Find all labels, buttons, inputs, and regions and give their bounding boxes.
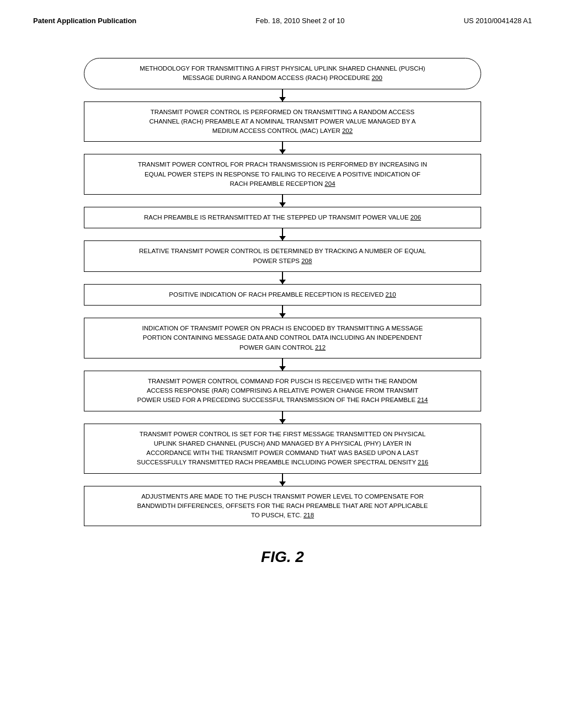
- flow-arrow-7: [282, 411, 283, 424]
- flow-arrow-2: [282, 195, 283, 207]
- flow-arrow-4: [282, 272, 283, 284]
- page: Patent Application Publication Feb. 18, …: [0, 0, 565, 728]
- flow-box-200: METHODOLOGY FOR TRANSMITTING A FIRST PHY…: [84, 58, 481, 89]
- flow-box-202: TRANSMIT POWER CONTROL IS PERFORMED ON T…: [84, 101, 481, 142]
- flow-box-206: RACH PREAMBLE IS RETRANSMITTED AT THE ST…: [84, 207, 481, 228]
- flow-box-216: TRANSMIT POWER CONTROL IS SET FOR THE FI…: [84, 424, 481, 474]
- flow-box-204: TRANSMIT POWER CONTROL FOR PRACH TRANSMI…: [84, 154, 481, 195]
- flow-arrow-3: [282, 228, 283, 240]
- flow-box-212: INDICATION OF TRANSMIT POWER ON PRACH IS…: [84, 318, 481, 358]
- flow-arrow-8: [282, 474, 283, 486]
- flow-box-210: POSITIVE INDICATION OF RACH PREAMBLE REC…: [84, 284, 481, 306]
- flow-arrow-5: [282, 306, 283, 318]
- figure-caption: FIG. 2: [33, 548, 532, 566]
- header-left: Patent Application Publication: [33, 17, 136, 25]
- header-right: US 2010/0041428 A1: [463, 17, 532, 25]
- flow-box-218: ADJUSTMENTS ARE MADE TO THE PUSCH TRANSM…: [84, 486, 481, 527]
- flow-arrow-1: [282, 142, 283, 154]
- flow-arrow-0: [282, 89, 283, 101]
- flow-box-214: TRANSMIT POWER CONTROL COMMAND FOR PUSCH…: [84, 371, 481, 411]
- header-center: Feb. 18, 2010 Sheet 2 of 10: [255, 17, 344, 25]
- page-header: Patent Application Publication Feb. 18, …: [33, 17, 532, 25]
- flow-arrow-6: [282, 358, 283, 371]
- flowchart: METHODOLOGY FOR TRANSMITTING A FIRST PHY…: [33, 58, 532, 526]
- flow-box-208: RELATIVE TRANSMIT POWER CONTROL IS DETER…: [84, 240, 481, 272]
